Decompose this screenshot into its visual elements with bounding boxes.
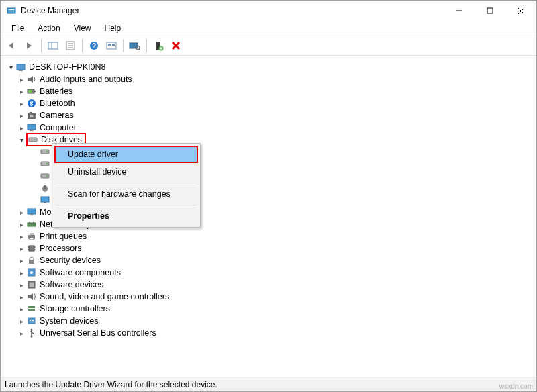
category-label: Software devices	[40, 280, 103, 289]
tree-category-audio[interactable]: ▸Audio inputs and outputs	[3, 73, 534, 85]
svg-point-37	[30, 115, 34, 118]
tree-category-swcomp[interactable]: ▸Software components	[3, 266, 534, 279]
toolbar-sep	[146, 39, 147, 52]
toolbar-sep	[123, 39, 124, 52]
collapse-icon[interactable]: ▾	[6, 64, 15, 71]
svg-marker-8	[27, 42, 32, 49]
svg-rect-75	[30, 320, 31, 321]
disk-icon	[40, 158, 50, 169]
menu-item-uninstall-device[interactable]: Uninstall device	[54, 163, 198, 181]
tree-category-sound[interactable]: ▸Sound, video and game controllers	[3, 291, 534, 303]
tree-category-security[interactable]: ▸Security devices	[3, 254, 534, 266]
expand-icon[interactable]: ▸	[17, 233, 26, 240]
tree-category-storage[interactable]: ▸Storage controllers	[3, 303, 534, 315]
svg-text:?: ?	[92, 42, 96, 50]
expand-icon[interactable]: ▸	[17, 124, 26, 132]
tree-category-system[interactable]: ▸System devices	[3, 315, 534, 327]
svg-rect-47	[41, 174, 49, 178]
tree-category-bluetooth[interactable]: ▸Bluetooth	[3, 97, 534, 109]
close-button[interactable]	[505, 1, 536, 21]
svg-rect-52	[44, 202, 46, 203]
maximize-button[interactable]	[475, 1, 505, 21]
svg-point-77	[31, 336, 33, 338]
category-label: Cameras	[40, 111, 74, 120]
expand-icon[interactable]: ▸	[17, 257, 26, 264]
camera-icon	[26, 110, 37, 121]
disk-icon	[40, 170, 50, 181]
svg-rect-9	[48, 42, 58, 49]
computer-icon	[26, 122, 37, 133]
svg-rect-30	[19, 70, 23, 71]
show-hide-tree-button[interactable]	[46, 38, 60, 53]
expand-icon[interactable]: ▾	[17, 136, 26, 144]
tree-category-camera[interactable]: ▸Cameras	[3, 109, 534, 121]
svg-rect-70	[30, 283, 34, 287]
device-tree[interactable]: ▾DESKTOP-FPKI0N8▸Audio inputs and output…	[1, 56, 536, 377]
computer-icon	[15, 62, 26, 72]
svg-point-42	[34, 139, 36, 140]
svg-rect-45	[41, 162, 49, 166]
expand-icon[interactable]: ▸	[17, 112, 26, 119]
help-button[interactable]: ?	[87, 38, 101, 53]
scan-hardware-button[interactable]	[128, 38, 142, 53]
add-legacy-button[interactable]	[151, 38, 166, 53]
disk-icon	[40, 146, 50, 157]
menu-view[interactable]: View	[67, 22, 98, 34]
category-label: System devices	[40, 316, 99, 326]
tree-category-printer[interactable]: ▸Print queues	[3, 230, 534, 242]
tree-category-cpu[interactable]: ▸Processors	[3, 242, 534, 254]
tree-category-swdev[interactable]: ▸Software devices	[3, 279, 534, 291]
svg-rect-2	[9, 11, 14, 11]
expand-icon[interactable]: ▸	[17, 305, 26, 313]
expand-icon[interactable]: ▸	[17, 245, 26, 252]
tree-category-usb[interactable]: ▸Universal Serial Bus controllers	[3, 327, 534, 339]
svg-rect-41	[29, 138, 37, 142]
uninstall-toolbar-button[interactable]	[168, 38, 183, 53]
expand-icon[interactable]: ▸	[17, 317, 26, 325]
expand-icon[interactable]: ▸	[17, 100, 26, 107]
category-label: Print queues	[40, 232, 87, 241]
menu-item-scan-for-hardware-changes[interactable]: Scan for hardware changes	[54, 185, 198, 203]
network-icon	[26, 219, 37, 230]
svg-rect-66	[29, 260, 34, 264]
expand-icon[interactable]: ▸	[17, 209, 26, 216]
category-label: Bluetooth	[40, 99, 75, 108]
category-label: Processors	[40, 244, 82, 253]
svg-line-22	[139, 49, 140, 50]
context-menu: Update driverUninstall deviceScan for ha…	[52, 143, 201, 228]
menu-item-update-driver[interactable]: Update driver	[54, 146, 198, 163]
tree-category-computer[interactable]: ▸Computer	[3, 121, 534, 134]
svg-rect-73	[28, 309, 35, 311]
minimize-button[interactable]	[444, 1, 475, 21]
expand-icon[interactable]: ▸	[17, 88, 26, 95]
back-button[interactable]	[5, 38, 19, 53]
storage-icon	[26, 303, 37, 314]
expand-icon[interactable]: ▸	[17, 293, 26, 301]
menu-help[interactable]: Help	[98, 22, 128, 34]
window-title: Device Manager	[21, 6, 444, 15]
tree-root[interactable]: ▾DESKTOP-FPKI0N8	[3, 61, 534, 73]
properties-toolbar-button[interactable]	[63, 38, 78, 53]
expand-icon[interactable]: ▸	[17, 281, 26, 289]
cpu-icon	[26, 243, 37, 254]
menu-action[interactable]: Action	[31, 22, 66, 34]
category-label: Universal Serial Bus controllers	[40, 328, 156, 338]
svg-rect-39	[28, 124, 36, 130]
svg-rect-56	[29, 222, 30, 223]
forward-button[interactable]	[22, 38, 37, 53]
device-manager-window: Device Manager File Action View Help ? ▾…	[0, 0, 537, 392]
monitor-icon	[26, 207, 37, 217]
menu-item-properties[interactable]: Properties	[54, 207, 198, 225]
expand-icon[interactable]: ▸	[17, 330, 26, 337]
menu-file[interactable]: File	[5, 22, 31, 34]
titlebar: Device Manager	[1, 1, 536, 21]
svg-rect-76	[32, 320, 34, 321]
bluetooth-icon	[26, 98, 37, 109]
expand-icon[interactable]: ▸	[17, 76, 26, 83]
tree-category-battery[interactable]: ▸Batteries	[3, 85, 534, 97]
expand-icon[interactable]: ▸	[17, 269, 26, 277]
expand-icon[interactable]: ▸	[17, 221, 26, 228]
view-devices-button[interactable]	[104, 38, 119, 53]
usb-icon	[26, 328, 37, 338]
svg-marker-71	[28, 293, 33, 300]
